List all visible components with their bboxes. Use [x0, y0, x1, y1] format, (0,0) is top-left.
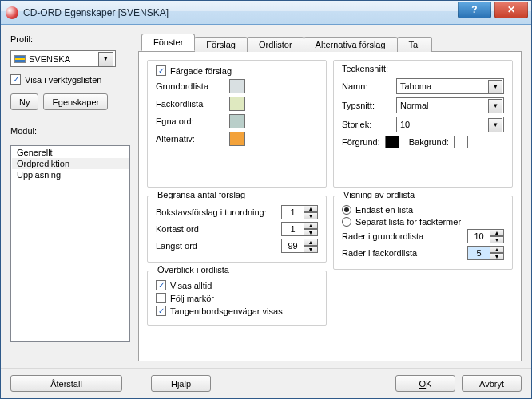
- close-button[interactable]: ✕: [494, 2, 528, 18]
- always-show-checkbox[interactable]: Visas alltid: [156, 280, 318, 290]
- fg-label: Förgrund:: [342, 137, 380, 147]
- spin-down-icon[interactable]: ▼: [304, 212, 318, 219]
- checkbox-icon: [156, 306, 166, 316]
- spin-up-icon[interactable]: ▲: [304, 239, 318, 246]
- color-swatch[interactable]: [229, 79, 245, 93]
- letters-spinner[interactable]: ▲▼: [281, 205, 318, 219]
- longest-spinner[interactable]: ▲▼: [281, 239, 318, 253]
- color-swatch[interactable]: [229, 114, 245, 128]
- display-heading: Visning av ordlista: [340, 190, 418, 200]
- spin-up-icon[interactable]: ▲: [304, 205, 318, 212]
- radio-icon: [342, 205, 351, 215]
- tab-alt[interactable]: Alternativa förslag: [304, 37, 398, 52]
- swatch-label: Grundordlista: [156, 81, 221, 91]
- titlebar: CD-ORD Egenskaper [SVENSKA] ? ✕: [1, 1, 531, 25]
- bg-label: Bakgrund:: [409, 137, 449, 147]
- font-heading: Teckensnitt:: [342, 64, 504, 73]
- color-swatch[interactable]: [229, 132, 245, 146]
- follow-cursor-checkbox[interactable]: Följ markör: [156, 293, 318, 303]
- reset-button[interactable]: Återställ: [10, 375, 122, 392]
- tab-wordlist[interactable]: Ordlistor: [247, 37, 304, 52]
- cancel-button[interactable]: Avbryt: [462, 375, 522, 392]
- rows-base-spinner[interactable]: ▲▼: [467, 229, 504, 243]
- profile-value: SVENSKA: [29, 54, 70, 64]
- flag-icon: [14, 55, 26, 63]
- app-icon: [6, 6, 18, 19]
- tabstrip: Fönster Förslag Ordlistor Alternativa fö…: [138, 33, 522, 52]
- properties-button[interactable]: Egenskaper: [43, 93, 108, 110]
- spin-down-icon[interactable]: ▼: [304, 246, 318, 253]
- letters-label: Bokstavsförslag i turordning:: [156, 207, 267, 217]
- show-in-toolbar-checkbox[interactable]: Visa i verktygslisten: [10, 74, 130, 85]
- list-item[interactable]: Ordprediktion: [12, 158, 129, 169]
- new-button[interactable]: Ny: [10, 93, 38, 110]
- shortest-spinner[interactable]: ▲▼: [281, 222, 318, 236]
- single-list-radio[interactable]: Endast en lista: [342, 205, 504, 215]
- tab-window[interactable]: Fönster: [141, 34, 195, 51]
- font-size-select[interactable]: 10: [396, 117, 504, 132]
- color-swatch[interactable]: [229, 97, 245, 111]
- font-style-select[interactable]: Normal: [396, 97, 504, 113]
- limit-heading: Begränsa antal förslag: [154, 190, 248, 200]
- checkbox-icon: [156, 65, 166, 76]
- swatch-label: Egna ord:: [156, 117, 221, 126]
- list-item[interactable]: Uppläsning: [12, 169, 129, 180]
- overview-heading: Överblick i ordlista: [154, 265, 232, 275]
- list-item[interactable]: Generellt: [12, 147, 129, 158]
- ok-button[interactable]: OK: [395, 375, 455, 392]
- tab-panel: Färgade förslag Grundordlista Fackordlis…: [138, 52, 522, 361]
- profile-select[interactable]: SVENSKA: [10, 50, 116, 67]
- checkbox-icon: [156, 280, 166, 290]
- checkbox-icon: [10, 74, 21, 85]
- help-button[interactable]: Hjälp: [151, 375, 211, 392]
- radio-icon: [342, 217, 351, 227]
- help-titlebar-button[interactable]: ?: [458, 2, 491, 18]
- tab-speech[interactable]: Tal: [397, 37, 432, 52]
- font-name-select[interactable]: Tahoma: [396, 78, 504, 94]
- spin-down-icon[interactable]: ▼: [490, 236, 504, 243]
- colored-suggestions-label: Färgade förslag: [170, 66, 232, 76]
- swatch-label: Alternativ:: [156, 134, 221, 144]
- spin-up-icon[interactable]: ▲: [490, 229, 504, 236]
- show-in-toolbar-label: Visa i verktygslisten: [25, 75, 101, 85]
- rows-fack-label: Rader i fackordlista: [342, 248, 417, 258]
- rows-fack-spinner[interactable]: ▲▼: [467, 246, 504, 260]
- window-title: CD-ORD Egenskaper [SVENSKA]: [23, 7, 169, 18]
- module-listbox[interactable]: Generellt Ordprediktion Uppläsning: [10, 145, 130, 342]
- checkbox-icon: [156, 293, 166, 303]
- swatch-label: Fackordlista: [156, 99, 221, 109]
- font-name-label: Namn:: [342, 81, 390, 91]
- tab-suggest[interactable]: Förslag: [194, 37, 248, 52]
- bg-color-swatch[interactable]: [454, 136, 468, 148]
- spin-up-icon[interactable]: ▲: [490, 246, 504, 253]
- separate-list-radio[interactable]: Separat lista för facktermer: [342, 217, 504, 227]
- longest-label: Längst ord: [156, 241, 197, 251]
- spin-up-icon[interactable]: ▲: [304, 222, 318, 229]
- fg-color-swatch[interactable]: [385, 136, 399, 148]
- module-label: Modul:: [10, 126, 130, 136]
- spin-down-icon[interactable]: ▼: [490, 253, 504, 260]
- spin-down-icon[interactable]: ▼: [304, 229, 318, 236]
- font-size-label: Storlek:: [342, 120, 390, 129]
- shortcuts-show-checkbox[interactable]: Tangentbordsgenvägar visas: [156, 306, 318, 316]
- colored-suggestions-checkbox[interactable]: Färgade förslag: [156, 65, 318, 76]
- rows-base-label: Rader i grundordlista: [342, 231, 423, 241]
- profile-label: Profil:: [10, 34, 130, 44]
- shortest-label: Kortast ord: [156, 224, 199, 234]
- font-style-label: Typsnitt:: [342, 101, 390, 110]
